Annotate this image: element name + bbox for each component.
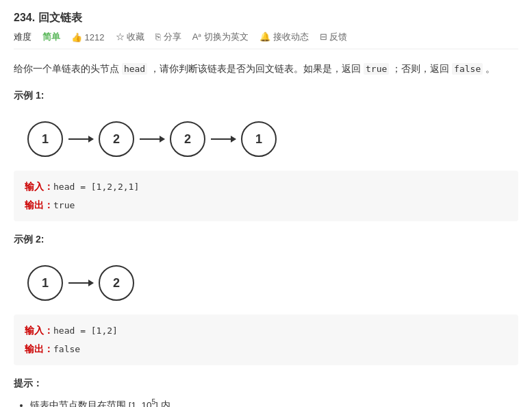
node-1b: 1 [241,121,277,157]
arrow-3 [211,138,236,140]
arrow-4 [68,282,93,284]
example2-output-value: false [53,344,80,354]
example2-output-label: 输出： [25,344,53,354]
example1-box: 输入：head = [1,2,2,1] 输出：true [14,171,518,221]
example1-label: 示例 1: [14,90,518,102]
example2-output: 输出：false [25,340,507,358]
example2-input-value: head = [1,2] [53,325,118,336]
true-code: true [364,63,389,75]
toolbar: 难度 简单 👍 1212 ☆ 收藏 ⎘ 分享 Aᵃ 切换为英文 🔔 接收动态 ⊟… [14,31,518,49]
head-code: head [122,63,147,75]
node-1c: 1 [27,265,63,301]
example1-input-value: head = [1,2,2,1] [53,182,139,192]
hint-item-1: 链表中节点数目在范围 [1, 105] 内 [30,395,518,407]
false-code: false [452,63,483,75]
example1-output-label: 输出： [25,200,53,210]
hints-title: 提示： [14,378,518,390]
example2-input: 输入：head = [1,2] [25,321,507,340]
problem-description: 给你一个单链表的头节点 head ，请你判断该链表是否为回文链表。如果是，返回 … [14,60,518,77]
example2-input-label: 输入： [25,325,53,336]
example1-output-value: true [53,200,75,210]
example1-section: 示例 1: 1 2 2 1 输入：head = [1,2,2,1] 输出：tru… [14,90,518,221]
feedback-button[interactable]: ⊟ 反馈 [320,31,348,43]
difficulty-label: 难度 [14,31,31,43]
example2-label: 示例 2: [14,234,518,246]
example1-output: 输出：true [25,196,507,214]
share-button[interactable]: ⎘ 分享 [155,31,181,43]
likes-button[interactable]: 👍 1212 [71,32,105,42]
hints-list: 链表中节点数目在范围 [1, 105] 内 0 <= Node.val <= 9 [14,395,518,407]
collect-button[interactable]: ☆ 收藏 [116,31,145,43]
hints-section: 提示： 链表中节点数目在范围 [1, 105] 内 0 <= Node.val … [14,378,518,407]
arrow-1 [68,138,93,140]
arrow-2 [140,138,164,140]
page-title: 234. 回文链表 [14,11,518,25]
dynamic-button[interactable]: 🔔 接收动态 [259,31,309,43]
example1-diagram: 1 2 2 1 [14,108,518,171]
example1-input-label: 输入： [25,182,53,192]
node-2b: 2 [170,121,205,157]
node-1a: 1 [27,121,63,157]
node-2a: 2 [99,121,134,157]
difficulty-value: 简单 [42,31,60,43]
example2-box: 输入：head = [1,2] 输出：false [14,314,518,365]
example1-input: 输入：head = [1,2,2,1] [25,177,507,196]
example2-diagram: 1 2 [14,251,518,314]
switch-lang-button[interactable]: Aᵃ 切换为英文 [192,31,249,43]
node-2c: 2 [99,265,134,301]
example2-section: 示例 2: 1 2 输入：head = [1,2] 输出：false [14,234,518,365]
